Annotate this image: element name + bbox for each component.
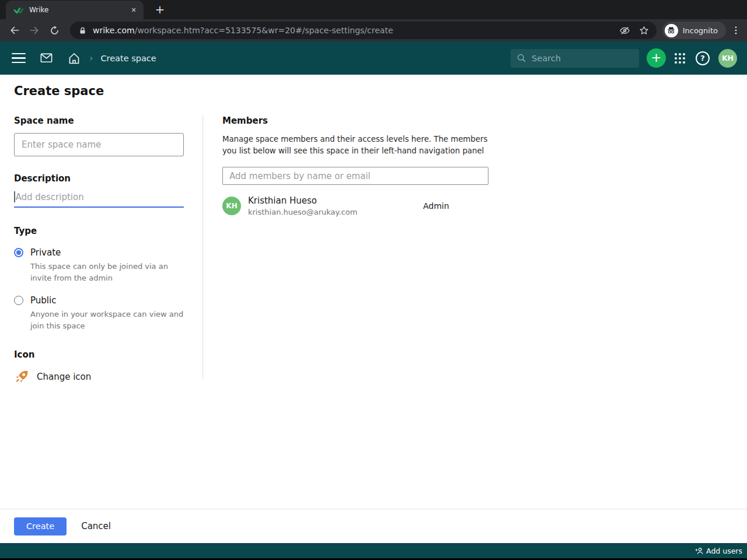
private-radio[interactable]: Private — [14, 247, 184, 258]
public-radio[interactable]: Public — [14, 295, 184, 306]
members-label: Members — [222, 116, 488, 126]
column-divider — [203, 116, 203, 379]
create-new-button[interactable]: + — [647, 48, 666, 68]
add-user-icon — [695, 547, 704, 555]
incognito-badge: Incognito — [662, 22, 726, 39]
public-description: Anyone in your workspace can view and jo… — [30, 309, 184, 332]
back-icon[interactable] — [6, 22, 23, 38]
inbox-envelope-icon[interactable] — [40, 51, 53, 65]
tab-close-icon[interactable]: ✕ — [128, 5, 139, 15]
search-input[interactable]: Search — [511, 49, 639, 68]
wrike-favicon-icon — [13, 5, 24, 15]
browser-menu-icon[interactable] — [728, 23, 743, 38]
forward-icon[interactable] — [26, 22, 43, 38]
add-users-button[interactable]: Add users — [695, 547, 742, 555]
member-email: kristhian.hueso@arukay.com — [248, 208, 357, 216]
type-label: Type — [14, 226, 184, 236]
private-description: This space can only be joined via an inv… — [30, 261, 184, 284]
create-button[interactable]: Create — [14, 517, 67, 536]
url-text: wrike.com/workspace.htm?acc=5133575&wr=2… — [93, 26, 611, 35]
member-avatar: KH — [222, 197, 241, 215]
change-icon-button[interactable]: Change icon — [37, 372, 91, 382]
apps-grid-icon[interactable] — [673, 52, 686, 65]
footer-actions: Create Cancel — [0, 509, 747, 543]
create-space-page: Create space Space name Description Type… — [0, 75, 747, 509]
browser-tabstrip: Wrike ✕ + — [0, 0, 747, 19]
public-radio-label: Public — [30, 295, 56, 306]
eye-off-icon[interactable] — [619, 25, 630, 36]
description-label: Description — [14, 173, 184, 184]
main-menu-icon[interactable] — [12, 53, 26, 64]
add-members-input[interactable] — [222, 167, 488, 185]
search-placeholder: Search — [532, 54, 561, 63]
address-bar[interactable]: wrike.com/workspace.htm?acc=5133575&wr=2… — [70, 22, 657, 39]
url-host: wrike.com — [93, 26, 135, 35]
radio-selected-icon[interactable] — [14, 248, 23, 257]
bookmark-star-icon[interactable] — [638, 25, 650, 36]
private-radio-label: Private — [30, 247, 61, 258]
home-icon[interactable] — [67, 51, 81, 65]
breadcrumb-chevron-icon: › — [89, 52, 93, 64]
reload-icon[interactable] — [46, 22, 62, 38]
user-avatar[interactable]: KH — [718, 49, 737, 68]
type-option-public: Public Anyone in your workspace can view… — [14, 295, 184, 332]
incognito-label: Incognito — [683, 26, 718, 35]
add-users-label: Add users — [706, 547, 742, 555]
browser-toolbar: wrike.com/workspace.htm?acc=5133575&wr=2… — [0, 19, 747, 41]
rocket-icon[interactable] — [14, 369, 30, 384]
description-field[interactable] — [14, 187, 184, 208]
radio-unselected-icon[interactable] — [14, 296, 23, 305]
breadcrumb: Create space — [100, 54, 156, 63]
help-icon[interactable]: ? — [696, 51, 710, 65]
icon-label: Icon — [14, 349, 184, 360]
member-role-dropdown[interactable]: Admin — [423, 201, 449, 211]
tab-title: Wrike — [29, 6, 128, 14]
page-title: Create space — [14, 84, 733, 98]
space-name-input[interactable] — [14, 133, 184, 156]
browser-tab-wrike[interactable]: Wrike ✕ — [6, 1, 144, 19]
app-header: › Create space Search + ? KH — [0, 41, 747, 75]
description-input[interactable] — [15, 192, 184, 202]
member-name: Kristhian Hueso — [248, 195, 357, 206]
type-option-private: Private This space can only be joined vi… — [14, 247, 184, 284]
search-icon — [516, 53, 526, 63]
new-tab-button[interactable]: + — [153, 2, 167, 16]
incognito-icon — [665, 24, 678, 37]
cancel-button[interactable]: Cancel — [81, 521, 111, 531]
members-description: Manage space members and their access le… — [222, 134, 488, 157]
bottom-status-bar: Add users — [0, 543, 747, 558]
lock-icon — [79, 27, 86, 34]
member-row: KH Kristhian Hueso kristhian.hueso@aruka… — [222, 195, 488, 216]
url-path: /workspace.htm?acc=5133575&wr=20#/space-… — [135, 26, 393, 35]
space-name-label: Space name — [14, 116, 184, 126]
